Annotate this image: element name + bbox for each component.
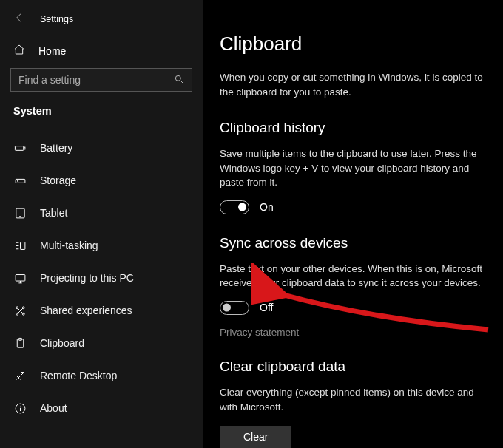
- history-toggle[interactable]: [220, 200, 249, 214]
- home-nav[interactable]: Home: [10, 38, 192, 68]
- projecting-icon: [13, 271, 27, 285]
- svg-rect-1: [15, 146, 23, 150]
- sidebar: Settings Home System Battery Storage Tab…: [0, 0, 203, 448]
- clear-button[interactable]: Clear: [220, 426, 291, 448]
- tablet-icon: [13, 206, 27, 220]
- svg-rect-2: [24, 147, 24, 149]
- shared-experiences-icon: [13, 304, 27, 317]
- history-desc: Save multiple items to the clipboard to …: [220, 146, 491, 190]
- svg-rect-7: [16, 274, 25, 281]
- sync-toggle[interactable]: [220, 301, 249, 315]
- clear-desc: Clear everything (except pinned items) o…: [220, 385, 491, 414]
- sidebar-item-clipboard[interactable]: Clipboard: [0, 327, 203, 359]
- home-label: Home: [38, 45, 66, 57]
- sidebar-item-label: Clipboard: [40, 337, 84, 349]
- content-pane: Clipboard When you copy or cut something…: [203, 0, 503, 448]
- home-icon: [13, 44, 25, 58]
- battery-icon: [13, 141, 27, 155]
- clear-heading: Clear clipboard data: [220, 359, 491, 375]
- section-label: System: [10, 105, 192, 129]
- app-title: Settings: [40, 14, 73, 24]
- sidebar-item-label: Remote Desktop: [40, 370, 117, 381]
- page-title: Clipboard: [220, 33, 491, 55]
- sidebar-item-battery[interactable]: Battery: [0, 132, 203, 164]
- sidebar-item-projecting[interactable]: Projecting to this PC: [0, 262, 203, 294]
- history-heading: Clipboard history: [220, 120, 491, 136]
- window-header: Settings: [10, 7, 192, 38]
- search-input[interactable]: [18, 74, 174, 86]
- sync-desc: Paste text on your other devices. When t…: [220, 262, 491, 291]
- about-icon: [13, 401, 27, 415]
- svg-point-4: [17, 180, 18, 181]
- sidebar-item-storage[interactable]: Storage: [0, 164, 203, 197]
- sidebar-top: Settings Home System: [0, 4, 203, 132]
- sidebar-item-label: Multi-tasking: [40, 240, 98, 251]
- sidebar-item-label: Projecting to this PC: [40, 272, 134, 284]
- sidebar-item-label: About: [40, 402, 67, 414]
- search-icon: [174, 74, 184, 86]
- sidebar-item-label: Storage: [40, 174, 76, 186]
- storage-icon: [13, 174, 27, 187]
- sidebar-item-label: Tablet: [40, 207, 67, 219]
- sidebar-nav: Battery Storage Tablet Multi-tasking Pro…: [0, 132, 203, 448]
- sync-toggle-label: Off: [260, 302, 273, 313]
- sync-heading: Sync across devices: [220, 235, 491, 251]
- back-icon[interactable]: [13, 12, 25, 26]
- sidebar-item-shared-experiences[interactable]: Shared experiences: [0, 294, 203, 327]
- privacy-statement-link[interactable]: Privacy statement: [220, 327, 299, 338]
- remote-desktop-icon: [13, 369, 27, 382]
- sidebar-item-remote-desktop[interactable]: Remote Desktop: [0, 359, 203, 392]
- history-toggle-row: On: [220, 200, 491, 214]
- svg-rect-6: [20, 242, 24, 249]
- svg-point-0: [175, 75, 180, 81]
- sidebar-item-about[interactable]: About: [0, 392, 203, 424]
- sidebar-item-tablet[interactable]: Tablet: [0, 197, 203, 229]
- multitasking-icon: [13, 239, 27, 252]
- search-input-container[interactable]: [10, 68, 192, 92]
- history-toggle-label: On: [260, 201, 274, 213]
- sidebar-item-label: Battery: [40, 142, 72, 154]
- sidebar-item-label: Shared experiences: [40, 305, 132, 316]
- intro-text: When you copy or cut something in Window…: [220, 70, 491, 99]
- sync-toggle-row: Off: [220, 301, 491, 315]
- sidebar-item-multitasking[interactable]: Multi-tasking: [0, 229, 203, 262]
- clipboard-icon: [13, 336, 27, 350]
